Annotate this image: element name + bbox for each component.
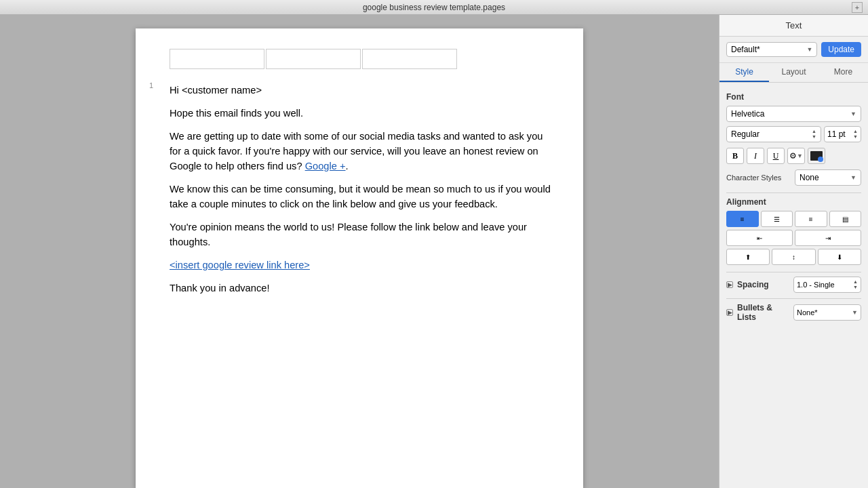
google-plus-link[interactable]: Google + [305,161,346,171]
align-right-button[interactable]: ≡ [795,211,827,227]
spacing-select[interactable]: 1.0 - Single ▲ ▼ [793,277,861,293]
alignment-row-1: ≡ ☰ ≡ ▤ [726,211,861,227]
underline-button[interactable]: U [767,148,785,164]
paragraph-2-text: We are getting up to date with some of o… [170,131,542,171]
spacing-value-text: 1.0 - Single [797,281,835,289]
divider-3 [726,298,861,299]
char-styles-text: None [800,173,819,182]
spacing-label: Spacing [737,280,789,289]
title-bar-controls: + [852,2,863,13]
paragraph-1: Hope this email finds you well. [170,106,556,121]
font-style-row: Regular ▲ ▼ 11 pt ▲ ▼ [726,126,861,142]
char-styles-select[interactable]: None ▼ [795,169,861,186]
paragraph-3: We know this can be time consuming, but … [170,182,556,211]
bullets-toggle[interactable]: ▶ [726,309,733,316]
spacing-toggle[interactable]: ▶ [726,281,733,288]
font-size-stepper[interactable]: ▲ ▼ [853,129,858,139]
paragraph-4: You're opinion means the world to us! Pl… [170,220,556,249]
alignment-label: Alignment [726,197,861,207]
header-cells [170,49,556,69]
char-styles-row: Character Styles None ▼ [726,169,861,186]
style-name-chevron: ▼ [806,46,812,53]
align-center-icon: ☰ [774,216,780,223]
align-bottom-icon: ⬇ [837,253,842,261]
align-center-button[interactable]: ☰ [761,211,793,227]
font-style-text: Regular [731,129,760,139]
align-middle-icon: ↕ [792,253,795,261]
font-style-select[interactable]: Regular ▲ ▼ [726,126,821,142]
indent-decrease-button[interactable]: ⇤ [726,230,793,246]
panel-header: Text [719,15,868,37]
font-style-up[interactable]: ▲ [812,129,816,134]
review-link-paragraph: <insert google review link here> [170,258,556,272]
text-color-indicator [818,157,823,162]
spacing-row: ▶ Spacing 1.0 - Single ▲ ▼ [726,277,861,293]
bullets-value-text: None* [797,308,818,317]
indent-increase-button[interactable]: ⇥ [795,230,861,246]
document-area: 1 Hi <customer name> Hope this email fin… [0,15,719,488]
bullets-triangle-icon: ▶ [728,309,732,316]
tab-layout[interactable]: Layout [769,63,818,82]
greeting-line: Hi <customer name> [170,83,556,98]
align-justify-button[interactable]: ▤ [829,211,862,227]
font-size-select[interactable]: 11 pt ▲ ▼ [824,126,861,142]
align-top-icon: ⬆ [745,253,751,261]
spacing-stepper[interactable]: ▲ ▼ [853,279,858,289]
style-selector-row: Default* ▼ Update [719,37,868,63]
font-size-down[interactable]: ▼ [853,134,858,140]
line-number: 1 [149,81,153,89]
divider-1 [726,192,861,193]
font-name-select[interactable]: Helvetica ▼ [726,106,861,122]
header-cell-1[interactable] [170,49,264,69]
align-justify-icon: ▤ [842,216,848,223]
page: 1 Hi <customer name> Hope this email fin… [136,28,583,488]
tab-more[interactable]: More [818,63,868,82]
italic-button[interactable]: I [747,148,764,164]
indent-increase-icon: ⇥ [825,235,831,242]
review-link[interactable]: <insert google review link here> [170,260,310,270]
document-content: Hi <customer name> Hope this email finds… [170,83,556,296]
header-cell-3[interactable] [362,49,457,69]
gear-icon: ⚙ [789,151,797,161]
bold-button[interactable]: B [726,148,744,164]
spacing-up[interactable]: ▲ [853,279,858,285]
bullets-select[interactable]: None* ▼ [793,304,861,321]
style-name-text: Default* [731,45,760,54]
text-color-swatch[interactable] [808,148,825,164]
header-cell-2[interactable] [266,49,361,69]
spacing-down[interactable]: ▼ [853,285,858,290]
period: . [346,161,349,171]
right-panel: Text Default* ▼ Update Style Layout More [719,15,868,488]
text-format-row: B I U ⚙ ▼ [726,148,861,164]
update-button[interactable]: Update [821,42,861,57]
tab-style[interactable]: Style [719,63,769,82]
title-bar: google business review template.pages + [0,0,868,15]
bullets-chevron: ▼ [852,309,858,316]
align-bottom-button[interactable]: ⬇ [818,249,861,265]
divider-2 [726,272,861,272]
bullets-label: Bullets & Lists [737,303,789,322]
add-tab-button[interactable]: + [852,2,863,13]
main-layout: 1 Hi <customer name> Hope this email fin… [0,15,868,488]
font-name-row: Helvetica ▼ [726,106,861,122]
align-top-button[interactable]: ⬆ [726,249,770,265]
triangle-icon: ▶ [728,281,732,288]
font-size-up[interactable]: ▲ [853,129,858,134]
font-size-text: 11 pt [827,129,846,139]
paragraph-2: We are getting up to date with some of o… [170,129,556,174]
align-middle-button[interactable]: ↕ [772,249,815,265]
font-style-stepper[interactable]: ▲ ▼ [812,129,816,139]
style-name-dropdown[interactable]: Default* ▼ [726,42,817,57]
font-section-label: Font [726,92,861,102]
char-styles-label: Character Styles [726,174,791,182]
font-style-down[interactable]: ▼ [812,134,816,140]
align-left-button[interactable]: ≡ [726,211,759,227]
char-styles-chevron: ▼ [850,174,856,181]
panel-tabs: Style Layout More [719,63,868,83]
bullets-row: ▶ Bullets & Lists None* ▼ [726,303,861,322]
font-name-chevron: ▼ [850,110,856,117]
closing-line: Thank you in advance! [170,281,556,296]
font-name-text: Helvetica [731,109,764,119]
align-right-icon: ≡ [809,216,813,223]
text-options-button[interactable]: ⚙ ▼ [787,148,805,164]
